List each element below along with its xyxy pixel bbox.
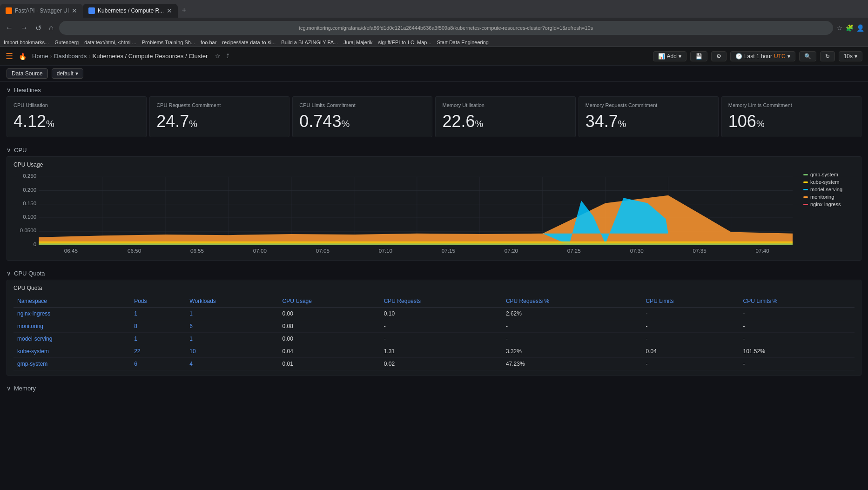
cell-pods-0[interactable]: 1 xyxy=(130,308,186,320)
cell-workloads-0[interactable]: 1 xyxy=(186,308,278,320)
workloads-link-4[interactable]: 4 xyxy=(189,361,193,367)
home-button[interactable]: ⌂ xyxy=(47,22,55,34)
forward-button[interactable]: → xyxy=(19,22,30,34)
bookmark-data[interactable]: data:text/html, <html ... xyxy=(84,40,136,45)
cell-namespace-1[interactable]: monitoring xyxy=(13,320,130,333)
bookmark-import[interactable]: Import bookmarks... xyxy=(4,40,49,45)
refresh-button[interactable]: ↻ xyxy=(820,51,835,61)
bookmark-icon[interactable]: ☆ xyxy=(837,24,843,32)
workloads-link-2[interactable]: 1 xyxy=(189,336,193,342)
tab-fastapi[interactable]: FastAPI - Swagger UI ✕ xyxy=(0,4,83,18)
share-icon[interactable]: ⤴ xyxy=(226,53,229,60)
back-button[interactable]: ← xyxy=(4,22,15,34)
cell-cpu-lim-1: - xyxy=(642,320,740,333)
time-range-button[interactable]: 🕐 Last 1 hour UTC ▾ xyxy=(730,51,795,61)
svg-text:0.100: 0.100 xyxy=(23,215,36,220)
time-chevron-icon: ▾ xyxy=(787,53,790,60)
card-mem-util-label: Memory Utilisation xyxy=(442,102,568,108)
legend-dot-monitoring xyxy=(803,196,808,198)
pods-link-0[interactable]: 1 xyxy=(134,310,137,317)
cell-namespace-2[interactable]: model-serving xyxy=(13,333,130,345)
settings-button[interactable]: ⚙ xyxy=(711,51,727,61)
card-cpu-requests: CPU Requests Commitment 24.7% xyxy=(149,96,289,137)
cell-workloads-4[interactable]: 4 xyxy=(186,358,278,370)
namespace-link-3[interactable]: kube-system xyxy=(17,348,49,355)
pods-link-3[interactable]: 22 xyxy=(134,348,140,355)
bookmark-foobar[interactable]: foo.bar xyxy=(201,40,216,45)
col-namespace[interactable]: Namespace xyxy=(13,295,130,308)
bookmark-gutenberg[interactable]: Gutenberg xyxy=(54,40,79,45)
cell-pods-2[interactable]: 1 xyxy=(130,333,186,345)
breadcrumb-home[interactable]: Home xyxy=(32,53,48,60)
bookmark-problems[interactable]: Problems Training Sh... xyxy=(142,40,195,45)
settings-icon: ⚙ xyxy=(716,53,721,60)
headline-cards: CPU Utilisation 4.12% CPU Requests Commi… xyxy=(7,96,861,137)
extensions-icon[interactable]: 🧩 xyxy=(846,24,854,32)
tab-close-2[interactable]: ✕ xyxy=(167,7,172,14)
legend-dot-nginx xyxy=(803,204,808,205)
data-source-select[interactable]: default ▾ xyxy=(52,68,83,79)
namespace-link-0[interactable]: nginx-ingress xyxy=(17,310,50,317)
add-button[interactable]: 📊 Add ▾ xyxy=(653,51,686,61)
pods-link-4[interactable]: 6 xyxy=(134,361,137,367)
profile-icon[interactable]: 👤 xyxy=(856,24,864,32)
star-icon[interactable]: ☆ xyxy=(215,53,221,60)
legend-label-monitoring: monitoring xyxy=(810,194,834,200)
namespace-link-1[interactable]: monitoring xyxy=(17,323,43,329)
section-headlines[interactable]: ∨ Headlines xyxy=(7,82,861,96)
bookmark-blazingly[interactable]: Build a BLAZINGLY FA... xyxy=(281,40,338,45)
namespace-link-4[interactable]: gmp-system xyxy=(17,361,47,367)
col-cpu-requests-pct[interactable]: CPU Requests % xyxy=(502,295,642,308)
svg-text:06:55: 06:55 xyxy=(190,248,204,254)
breadcrumb-dashboards[interactable]: Dashboards xyxy=(54,53,87,60)
reload-button[interactable]: ↺ xyxy=(34,22,43,34)
add-chevron-icon: ▾ xyxy=(679,53,681,60)
legend-dot-kube xyxy=(803,181,808,183)
cell-namespace-0[interactable]: nginx-ingress xyxy=(13,308,130,320)
section-memory[interactable]: ∨ Memory xyxy=(7,380,861,395)
pods-link-2[interactable]: 1 xyxy=(134,336,137,342)
url-bar[interactable]: icg.monitoring.com/grafana/d/efa86fd1d0c… xyxy=(59,21,833,35)
bookmark-slgriff[interactable]: slgriff/EPI-to-LC: Map... xyxy=(378,40,431,45)
section-cpu[interactable]: ∨ CPU xyxy=(7,142,861,156)
menu-icon[interactable]: ☰ xyxy=(6,51,13,61)
address-bar-icons: ☆ 🧩 👤 xyxy=(837,24,864,32)
toolbar: Data Source default ▾ xyxy=(0,66,868,82)
workloads-link-3[interactable]: 10 xyxy=(189,348,195,355)
namespace-link-2[interactable]: model-serving xyxy=(17,336,52,342)
bookmark-juraj[interactable]: Juraj Majerik xyxy=(343,40,372,45)
section-cpu-quota[interactable]: ∨ CPU Quota xyxy=(7,265,861,280)
col-cpu-limits[interactable]: CPU Limits xyxy=(642,295,740,308)
cell-namespace-3[interactable]: kube-system xyxy=(13,345,130,358)
col-cpu-limits-pct[interactable]: CPU Limits % xyxy=(739,295,855,308)
legend-label-kube: kube-system xyxy=(810,179,839,185)
cell-namespace-4[interactable]: gmp-system xyxy=(13,358,130,370)
bookmark-recipes[interactable]: recipes/late-data-to-si... xyxy=(222,40,276,45)
svg-text:07:30: 07:30 xyxy=(630,248,644,254)
pods-link-1[interactable]: 8 xyxy=(134,323,137,329)
refresh-interval-button[interactable]: 10s ▾ xyxy=(839,51,862,61)
legend-label-nginx: nginx-ingress xyxy=(810,201,841,207)
legend-gmp-system: gmp-system xyxy=(803,172,855,177)
cell-workloads-2[interactable]: 1 xyxy=(186,333,278,345)
col-pods[interactable]: Pods xyxy=(130,295,186,308)
col-cpu-requests[interactable]: CPU Requests xyxy=(380,295,502,308)
workloads-link-1[interactable]: 6 xyxy=(189,323,193,329)
cell-pods-3[interactable]: 22 xyxy=(130,345,186,358)
cell-cpu-lim-pct-1: - xyxy=(739,320,855,333)
card-cpu-limits: CPU Limits Commitment 0.743% xyxy=(292,96,432,137)
cell-pods-1[interactable]: 8 xyxy=(130,320,186,333)
cell-workloads-1[interactable]: 6 xyxy=(186,320,278,333)
col-cpu-usage[interactable]: CPU Usage xyxy=(279,295,380,308)
new-tab-button[interactable]: + xyxy=(178,6,190,15)
col-workloads[interactable]: Workloads xyxy=(186,295,278,308)
bookmark-start-data[interactable]: Start Data Engineering xyxy=(437,40,489,45)
cell-pods-4[interactable]: 6 xyxy=(130,358,186,370)
tab-close-1[interactable]: ✕ xyxy=(72,7,77,14)
tab-kubernetes[interactable]: Kubernetes / Compute R... ✕ xyxy=(83,4,178,18)
workloads-link-0[interactable]: 1 xyxy=(189,310,193,317)
card-mem-lim-label: Memory Limits Commitment xyxy=(728,102,855,108)
save-button[interactable]: 💾 xyxy=(690,51,707,61)
zoom-out-button[interactable]: 🔍 xyxy=(799,51,816,61)
cell-workloads-3[interactable]: 10 xyxy=(186,345,278,358)
